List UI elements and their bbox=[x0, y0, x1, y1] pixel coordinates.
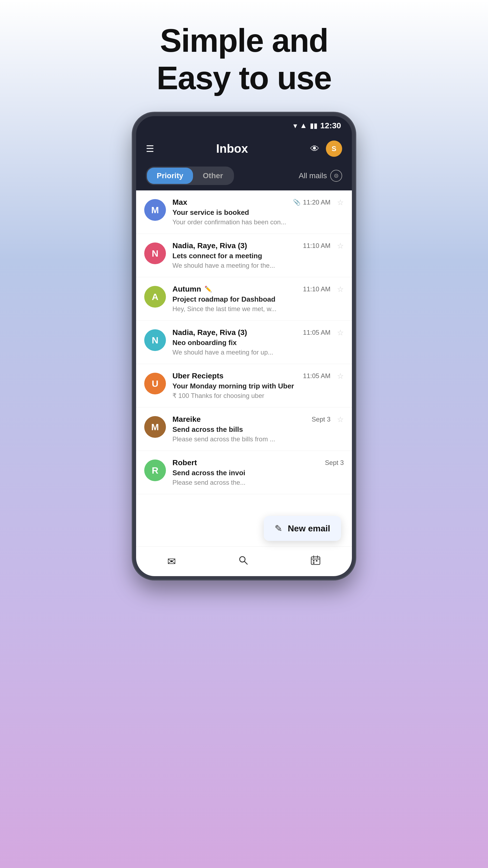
star-icon-3[interactable]: ☆ bbox=[337, 285, 344, 294]
sender-autumn: Autumn bbox=[172, 285, 201, 293]
avatar-autumn: A bbox=[144, 286, 166, 308]
battery-icon: ▮▮ bbox=[310, 122, 318, 130]
avatar-nadia-1: N bbox=[144, 243, 166, 264]
subject-3: Project roadmap for Dashboad bbox=[172, 295, 330, 304]
time-display: 12:30 bbox=[320, 121, 341, 130]
preview-1: Your order confirmation has been con... bbox=[172, 218, 330, 226]
time-7: Sept 3 bbox=[325, 459, 344, 467]
time-4: 11:05 AM bbox=[303, 329, 330, 336]
new-email-popup[interactable]: ✎ New email bbox=[264, 516, 341, 541]
star-icon-2[interactable]: ☆ bbox=[337, 241, 344, 250]
email-1-actions: 📎 11:20 AM bbox=[293, 198, 330, 206]
header-actions: 👁 S bbox=[310, 141, 342, 157]
mail-icon: ✉ bbox=[167, 556, 176, 567]
avatar-max: M bbox=[144, 199, 166, 221]
sender-max: Max bbox=[172, 198, 187, 207]
status-icons: ▾ ▲ ▮▮ 12:30 bbox=[293, 121, 341, 130]
user-avatar[interactable]: S bbox=[326, 141, 342, 157]
time-5: 11:05 AM bbox=[303, 372, 330, 380]
signal-icon: ▲ bbox=[300, 121, 307, 130]
avatar-mareike: M bbox=[144, 416, 166, 438]
app-header: ☰ Inbox 👁 S bbox=[136, 135, 352, 162]
inbox-tabs: Priority Other bbox=[146, 166, 234, 185]
email-content-2: Nadia, Raye, Riva (3) 11:10 AM Lets conn… bbox=[172, 241, 330, 269]
tab-other[interactable]: Other bbox=[193, 167, 233, 184]
status-bar: ▾ ▲ ▮▮ 12:30 bbox=[136, 116, 352, 135]
all-mails-filter[interactable]: All mails ⊜ bbox=[299, 170, 342, 182]
email-item-7[interactable]: R Robert Sept 3 Send across the invoi Pl… bbox=[136, 451, 352, 494]
time-2: 11:10 AM bbox=[303, 242, 330, 250]
email-list: M Max 📎 11:20 AM Your service is booked … bbox=[136, 190, 352, 546]
svg-rect-8 bbox=[313, 562, 315, 564]
inbox-title: Inbox bbox=[216, 142, 248, 155]
email-item-5[interactable]: U Uber Reciepts 11:05 AM Your Monday mor… bbox=[136, 364, 352, 407]
email-item-3[interactable]: A Autumn ✏️ 11:10 AM Project roadmap for… bbox=[136, 277, 352, 321]
subject-1: Your service is booked bbox=[172, 208, 330, 217]
filter-icon[interactable]: ⊜ bbox=[330, 170, 342, 182]
time-6: Sept 3 bbox=[312, 415, 330, 423]
email-content-6: Mareike Sept 3 Send across the bills Ple… bbox=[172, 415, 330, 443]
bottom-nav: ✉ bbox=[136, 546, 352, 576]
nav-calendar[interactable] bbox=[311, 555, 321, 568]
preview-3: Hey, Since the last time we met, w... bbox=[172, 305, 330, 313]
email-content-5: Uber Reciepts 11:05 AM Your Monday morni… bbox=[172, 372, 330, 400]
email-item-1[interactable]: M Max 📎 11:20 AM Your service is booked … bbox=[136, 190, 352, 234]
svg-line-1 bbox=[244, 561, 247, 564]
tab-bar: Priority Other All mails ⊜ bbox=[136, 162, 352, 190]
new-email-label: New email bbox=[288, 524, 330, 533]
email-item-4[interactable]: N Nadia, Raye, Riva (3) 11:05 AM Neo onb… bbox=[136, 321, 352, 364]
avatar-nadia-2: N bbox=[144, 329, 166, 351]
sender-row-3: Autumn ✏️ bbox=[172, 285, 212, 293]
tab-priority[interactable]: Priority bbox=[147, 167, 193, 184]
calendar-icon bbox=[311, 555, 321, 568]
svg-rect-7 bbox=[316, 560, 318, 561]
email-content-4: Nadia, Raye, Riva (3) 11:05 AM Neo onboa… bbox=[172, 328, 330, 356]
page-hero: Simple and Easy to use bbox=[157, 22, 332, 97]
nav-mail[interactable]: ✉ bbox=[167, 556, 176, 567]
hero-title: Simple and Easy to use bbox=[157, 22, 332, 97]
sender-robert: Robert bbox=[172, 458, 197, 467]
email-content-3: Autumn ✏️ 11:10 AM Project roadmap for D… bbox=[172, 285, 330, 313]
email-content-7: Robert Sept 3 Send across the invoi Plea… bbox=[172, 458, 344, 486]
search-icon bbox=[238, 555, 248, 568]
email-item-6[interactable]: M Mareike Sept 3 Send across the bills P… bbox=[136, 407, 352, 451]
menu-icon[interactable]: ☰ bbox=[146, 143, 154, 154]
subject-6: Send across the bills bbox=[172, 425, 330, 434]
avatar-uber: U bbox=[144, 373, 166, 394]
email-item-2[interactable]: N Nadia, Raye, Riva (3) 11:10 AM Lets co… bbox=[136, 234, 352, 277]
subject-5: Your Monday morning trip with Uber bbox=[172, 382, 330, 390]
nav-search[interactable] bbox=[238, 555, 248, 568]
sender-nadia-1: Nadia, Raye, Riva (3) bbox=[172, 241, 247, 250]
eye-icon[interactable]: 👁 bbox=[310, 144, 319, 154]
email-content-1: Max 📎 11:20 AM Your service is booked Yo… bbox=[172, 198, 330, 226]
subject-4: Neo onboarding fix bbox=[172, 339, 330, 347]
svg-rect-6 bbox=[313, 560, 315, 561]
preview-5: ₹ 100 Thanks for choosing uber bbox=[172, 392, 330, 400]
attachment-icon-1: 📎 bbox=[293, 199, 300, 206]
new-email-compose-icon: ✎ bbox=[274, 523, 282, 534]
all-mails-label: All mails bbox=[299, 172, 327, 180]
time-3: 11:10 AM bbox=[303, 285, 330, 293]
preview-7: Please send across the... bbox=[172, 479, 344, 486]
sender-mareike: Mareike bbox=[172, 415, 201, 424]
sender-uber: Uber Reciepts bbox=[172, 372, 223, 380]
phone-frame: ▾ ▲ ▮▮ 12:30 ☰ Inbox 👁 S Priority Other … bbox=[133, 113, 355, 579]
wifi-icon: ▾ bbox=[293, 121, 297, 130]
star-icon-4[interactable]: ☆ bbox=[337, 328, 344, 337]
star-icon-5[interactable]: ☆ bbox=[337, 372, 344, 380]
preview-2: We should have a meeting for the... bbox=[172, 262, 330, 269]
star-icon-6[interactable]: ☆ bbox=[337, 415, 344, 424]
subject-7: Send across the invoi bbox=[172, 469, 344, 477]
avatar-robert: R bbox=[144, 460, 166, 481]
edit-icon-autumn: ✏️ bbox=[204, 286, 212, 293]
sender-nadia-2: Nadia, Raye, Riva (3) bbox=[172, 328, 247, 337]
subject-2: Lets connect for a meeting bbox=[172, 252, 330, 260]
preview-6: Please send across the bills from ... bbox=[172, 435, 330, 443]
star-icon-1[interactable]: ☆ bbox=[337, 198, 344, 207]
time-1: 11:20 AM bbox=[303, 198, 330, 206]
svg-rect-2 bbox=[311, 557, 320, 564]
preview-4: We should have a meeting for up... bbox=[172, 348, 330, 356]
